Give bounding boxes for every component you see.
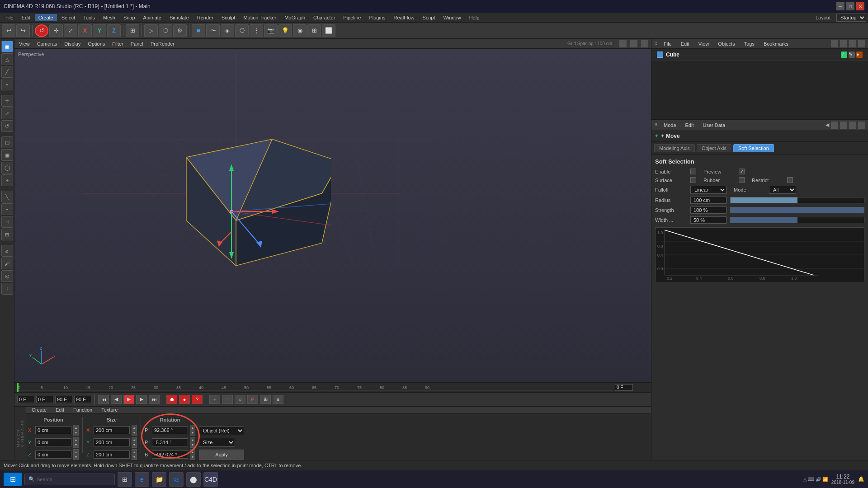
menu-select[interactable]: Select xyxy=(58,14,79,21)
apply-button[interactable]: Apply xyxy=(199,450,244,460)
lasso-select[interactable]: ⌖ xyxy=(1,174,13,186)
expand-obj-icon[interactable] xyxy=(849,40,856,47)
mode-dropdown[interactable]: Size Scale xyxy=(199,438,235,447)
taskbar-chrome-icon[interactable]: ⬤ xyxy=(186,472,201,487)
vp-menu-view[interactable]: View xyxy=(17,41,32,47)
prop-menu-edit[interactable]: Edit xyxy=(683,122,697,128)
menu-create[interactable]: Create xyxy=(35,14,57,21)
obj-mgr-menu-view[interactable]: View xyxy=(696,41,712,47)
rectangle-select[interactable]: ▣ xyxy=(1,149,13,161)
menu-window[interactable]: Window xyxy=(440,14,465,21)
size-x-input[interactable] xyxy=(94,426,130,434)
measure-tool[interactable]: ⌀ xyxy=(1,245,13,257)
radius-input[interactable] xyxy=(690,197,726,204)
start-frame-input[interactable] xyxy=(17,396,34,403)
light-button[interactable]: 💡 xyxy=(278,24,292,37)
paint-tool[interactable]: 🖌 xyxy=(1,258,13,269)
viewport-icon-2[interactable] xyxy=(630,40,637,47)
viewport-icon-1[interactable] xyxy=(619,40,627,47)
mode-dropdown-ss[interactable]: All Points xyxy=(769,186,796,194)
width-input[interactable] xyxy=(690,216,726,224)
auto-key-button[interactable]: ● xyxy=(179,395,190,404)
key-button[interactable]: ? xyxy=(192,395,203,404)
vp-menu-display[interactable]: Display xyxy=(62,41,82,47)
pos-y-spinner[interactable]: ▲▼ xyxy=(73,437,79,448)
size-y-spinner[interactable]: ▲▼ xyxy=(132,437,137,448)
coord-dropdown[interactable]: Object (Rel) World xyxy=(199,426,244,435)
restrict-checkbox[interactable] xyxy=(787,177,793,183)
menu-plugins[interactable]: Plugins xyxy=(365,14,389,21)
cube-object-row[interactable]: Cube ✓ ✎ ● xyxy=(651,49,868,61)
taskbar-folder-icon[interactable]: 📁 xyxy=(152,472,166,487)
bottom-menu-texture[interactable]: Texture xyxy=(99,407,120,413)
prop-pin-icon[interactable] xyxy=(840,122,847,129)
cube-primitive-button[interactable]: ■ xyxy=(192,24,205,37)
strength-input[interactable] xyxy=(690,206,726,214)
dope-sheet-button[interactable]: ≡ xyxy=(273,395,283,404)
weight-tool[interactable]: ◎ xyxy=(1,270,13,282)
menu-animate[interactable]: Animate xyxy=(140,14,165,21)
obj-mgr-menu-file[interactable]: File xyxy=(661,41,675,47)
menu-realflow[interactable]: RealFlow xyxy=(390,14,418,21)
rotate-x-button[interactable]: X xyxy=(78,24,92,37)
extra-tool[interactable]: ⁞ xyxy=(1,283,13,295)
obj-mgr-menu-tags[interactable]: Tags xyxy=(741,41,757,47)
rot-p-spinner[interactable]: ▲▼ xyxy=(190,425,195,436)
width-slider[interactable] xyxy=(730,217,864,223)
frame-input-2[interactable] xyxy=(36,396,53,403)
end-frame-input[interactable] xyxy=(55,396,72,403)
first-frame-button[interactable]: ⏮ xyxy=(98,395,109,404)
vp-menu-filter[interactable]: Filter xyxy=(110,41,125,47)
last-frame-button[interactable]: ⏭ xyxy=(149,395,160,404)
rubber-checkbox[interactable] xyxy=(739,177,745,183)
tag-checkmark[interactable]: ✓ xyxy=(841,52,847,58)
enable-checkbox[interactable] xyxy=(690,169,696,174)
menu-snap[interactable]: Snap xyxy=(120,14,139,21)
size-z-spinner[interactable]: ▲▼ xyxy=(132,449,137,460)
rotate-y-button[interactable]: Y xyxy=(93,24,106,37)
taskbar-ie-icon[interactable]: e xyxy=(135,472,149,487)
layout-select[interactable]: Startup xyxy=(836,14,866,22)
rotate-z-button[interactable]: Z xyxy=(107,24,121,37)
play-button[interactable]: ▶ xyxy=(123,395,134,404)
radius-slider[interactable] xyxy=(730,197,864,203)
vp-menu-options[interactable]: Options xyxy=(86,41,107,47)
rot-p-input[interactable] xyxy=(152,426,188,434)
poly-tool[interactable]: △ xyxy=(1,53,13,65)
search-obj-icon[interactable] xyxy=(831,40,838,47)
viewport-icon-3[interactable] xyxy=(641,40,648,47)
play-reverse-button[interactable]: ◀ xyxy=(111,395,122,404)
nurbs-button[interactable]: ◈ xyxy=(221,24,234,37)
edge-tool[interactable]: ╱ xyxy=(1,66,13,78)
obj-mgr-menu-edit[interactable]: Edit xyxy=(678,41,692,47)
preview-checkbox[interactable] xyxy=(739,169,745,174)
deformer-button[interactable]: ⎔ xyxy=(235,24,249,37)
taskbar-store-icon[interactable]: 🛍 xyxy=(169,472,184,487)
rot-b-input[interactable] xyxy=(152,450,188,459)
bottom-menu-function[interactable]: Function xyxy=(71,407,95,413)
bottom-menu-create[interactable]: Create xyxy=(29,407,49,413)
camera-button[interactable]: 📷 xyxy=(264,24,278,37)
material-button[interactable]: ◉ xyxy=(293,24,307,37)
move-button[interactable]: ✛ xyxy=(49,24,63,37)
scale-tool-side[interactable]: ⤢ xyxy=(1,108,13,119)
coord-sys-button[interactable]: ⊞ xyxy=(126,24,139,37)
point-tool[interactable]: • xyxy=(1,79,13,90)
pos-z-spinner[interactable]: ▲▼ xyxy=(73,449,79,460)
fps-input[interactable] xyxy=(74,396,91,403)
menu-tools[interactable]: Tools xyxy=(80,14,99,21)
redo-button[interactable]: ↪ xyxy=(16,24,30,37)
menu-help[interactable]: Help xyxy=(466,14,483,21)
menu-script[interactable]: Script xyxy=(419,14,439,21)
menu-mograph[interactable]: MoGraph xyxy=(281,14,309,21)
obj-mgr-menu-objects[interactable]: Objects xyxy=(715,41,737,47)
menu-character[interactable]: Character xyxy=(310,14,339,21)
rot-p2-spinner[interactable]: ▲▼ xyxy=(190,437,195,448)
move-tool-side[interactable]: ✛ xyxy=(1,95,13,107)
strength-slider[interactable] xyxy=(730,207,864,213)
rotate-button[interactable]: ↺ xyxy=(35,24,48,37)
prop-gear-icon[interactable] xyxy=(858,122,865,129)
tab-modeling-axis[interactable]: Modeling Axis xyxy=(654,144,695,152)
rotate-tool-side[interactable]: ↺ xyxy=(1,120,13,132)
viewport-3d[interactable]: Perspective xyxy=(14,49,651,382)
